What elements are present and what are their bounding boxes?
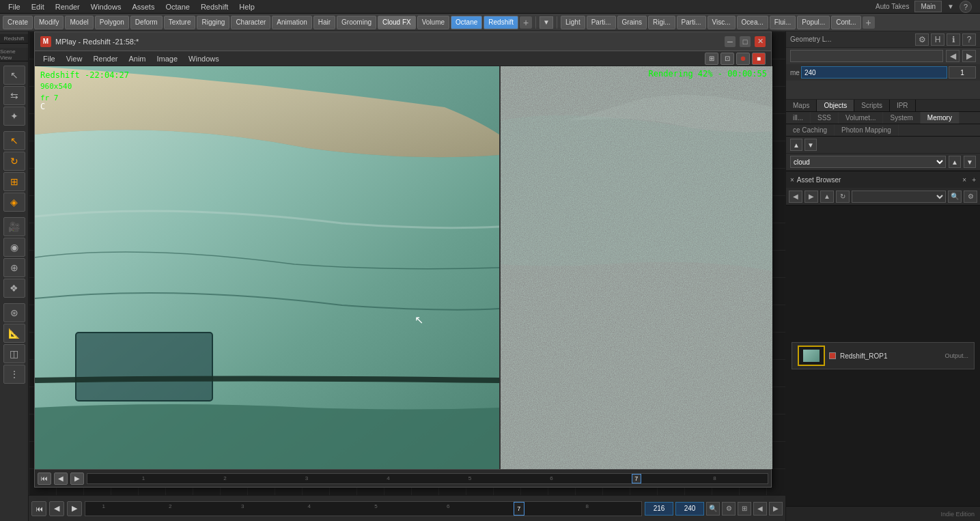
rp-collapse-btn[interactable]: ◀ [946,50,960,62]
asset-add-btn[interactable]: + [972,176,976,184]
menu-edit[interactable]: Edit [26,0,50,13]
bt-end-frame[interactable]: 240 [675,502,704,516]
workspace-arrow[interactable]: ▼ [947,3,954,10]
render-viewport[interactable]: Redshift -22:04:27 960x540 fr 7 C [35,66,772,469]
mplay-minimize-btn[interactable]: ─ [725,36,736,47]
rp-tab-maps[interactable]: Maps [786,100,817,111]
mplay-view-btn1[interactable]: ⊞ [705,53,718,65]
bt-zoom-btn[interactable]: 🔍 [706,502,720,516]
rp-stepper-up[interactable]: ▲ [790,139,802,151]
help-button[interactable]: ? [960,1,972,13]
btn-visc[interactable]: Visc... [708,16,736,29]
mplay-menu-render[interactable]: Render [87,51,123,66]
btn-redshift[interactable]: Redshift [484,16,518,29]
tool-arrow[interactable]: ↖ [3,131,25,150]
rp-subtab-ill[interactable]: ill... [786,112,811,124]
mplay-menu-anim[interactable]: Anim [123,51,151,66]
rp-gear-btn[interactable]: ⚙ [915,33,929,46]
bt-prev[interactable]: ◀ [49,501,64,516]
tool-extra2[interactable]: ⋮ [3,365,25,384]
rp-extra-photon[interactable]: Photon Mapping [835,124,899,136]
asset-close-btn[interactable]: × [790,176,794,184]
tool-rotate[interactable]: ↻ [3,152,25,171]
btn-cloud-fx[interactable]: Cloud FX [378,16,416,29]
tool-pose[interactable]: ❖ [3,279,25,298]
mplay-maximize-btn[interactable]: □ [740,36,751,47]
mplay-menu-windows[interactable]: Windows [183,51,225,66]
bottom-track[interactable]: 1 2 3 4 5 6 7 8 [85,501,642,516]
tool-handle[interactable]: ✦ [3,107,25,126]
tool-select[interactable]: ↖ [3,66,25,85]
bt-playhead[interactable]: 7 [514,502,524,516]
btn-deform[interactable]: Deform [130,16,163,29]
mplay-menu-view[interactable]: View [61,51,88,66]
rp-stepper-down2[interactable]: ▼ [964,156,976,168]
asset-refresh[interactable]: ↻ [836,191,850,203]
mplay-stop-btn[interactable]: ■ [752,53,766,65]
rp-value-input[interactable]: 240 [801,66,947,79]
rp-subtab-memory[interactable]: Memory [921,112,960,124]
btn-dropdown[interactable]: ▼ [540,16,553,29]
menu-windows[interactable]: Windows [85,0,127,13]
btn-rigging[interactable]: Rigging [197,16,229,29]
asset-path-select[interactable] [852,191,946,203]
btn-parti2[interactable]: Parti... [677,16,706,29]
bt-extra-btn2[interactable]: ▶ [769,502,783,516]
timeline-track[interactable]: 1 2 3 4 5 6 7 8 [87,473,768,484]
btn-ocean[interactable]: Ocea... [737,16,768,29]
rp-home-btn[interactable]: H [931,33,944,46]
btn-create[interactable]: Create [3,16,33,29]
rp-path-input[interactable] [790,50,943,62]
rp-help-btn[interactable]: ? [962,33,976,46]
add-tab-button-2[interactable]: + [863,16,875,29]
timeline-playhead[interactable]: 7 [632,474,641,483]
rp-expand-btn[interactable]: ▶ [962,50,976,62]
menu-assets[interactable]: Assets [126,0,160,13]
asset-nav-back[interactable]: ◀ [789,191,802,203]
btn-animation[interactable]: Animation [272,16,311,29]
workspace-dropdown[interactable]: Main [914,1,942,12]
tool-sculpt[interactable]: ◉ [3,238,25,257]
asset-node-item[interactable]: Redshift_ROP1 Output... [792,342,975,369]
timeline-skip-start[interactable]: ⏮ [38,473,51,485]
bt-skip-start[interactable]: ⏮ [31,501,46,516]
tool-snap[interactable]: ⊛ [3,303,25,322]
rp-subtab-sss[interactable]: SSS [811,112,839,124]
tool-paint[interactable]: ⊕ [3,258,25,277]
asset-nav-fwd[interactable]: ▶ [804,191,818,203]
bt-extra-btn1[interactable]: ◀ [753,502,767,516]
rp-stepper-down[interactable]: ▼ [804,139,817,151]
rp-tab-scripts[interactable]: Scripts [854,100,890,111]
tool-extra1[interactable]: ◫ [3,344,25,363]
btn-octane[interactable]: Octane [451,16,482,29]
timeline-play[interactable]: ▶ [70,473,84,485]
mplay-close-btn[interactable]: ✕ [755,36,766,47]
menu-octane[interactable]: Octane [160,0,195,13]
bt-nav-btn[interactable]: ⊞ [738,502,751,516]
btn-cont[interactable]: Cont... [831,16,860,29]
asset-nav-up[interactable]: ▲ [820,191,834,203]
btn-hair[interactable]: Hair [313,16,335,29]
bt-play[interactable]: ▶ [67,501,82,516]
btn-model[interactable]: Model [65,16,93,29]
tool-measure[interactable]: 📐 [3,324,25,343]
mplay-view-btn2[interactable]: ⊡ [720,53,734,65]
asset-settings[interactable]: ⚙ [964,191,977,203]
menu-redshift[interactable]: Redshift [195,0,234,13]
rp-value2-input[interactable]: 1 [949,66,976,79]
mplay-menu-image[interactable]: Image [152,51,184,66]
btn-polygon[interactable]: Polygon [95,16,129,29]
btn-modify[interactable]: Modify [34,16,64,29]
rp-subtab-system[interactable]: System [883,112,920,124]
tool-brush[interactable]: ◈ [3,193,25,212]
btn-popul[interactable]: Popul... [797,16,830,29]
add-tab-button[interactable]: + [520,16,532,29]
menu-file[interactable]: File [3,0,26,13]
tool-camera[interactable]: 🎥 [3,217,25,236]
mplay-rec-btn[interactable]: ⏺ [736,53,750,65]
rp-tab-objects[interactable]: Objects [817,100,854,111]
btn-texture[interactable]: Texture [164,16,196,29]
rp-extra-caching[interactable]: ce Caching [786,124,835,136]
rp-tab-ipr[interactable]: IPR [890,100,916,111]
tool-scale[interactable]: ⊞ [3,172,25,191]
